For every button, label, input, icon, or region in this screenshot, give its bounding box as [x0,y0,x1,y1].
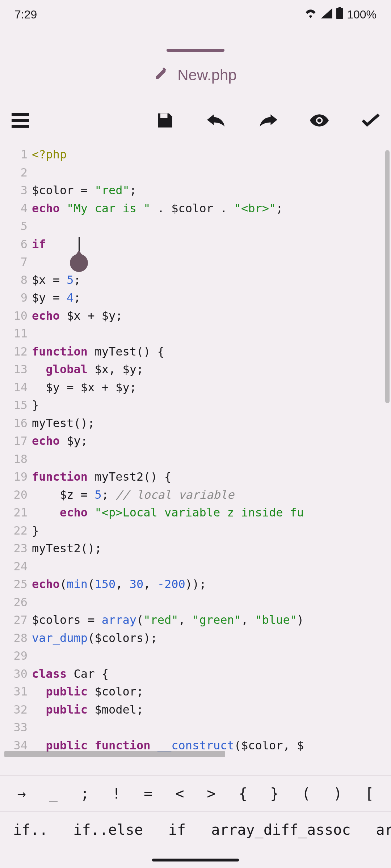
code-content[interactable]: echo $x + $y; [32,307,391,325]
symbol-key[interactable]: < [164,785,196,802]
horizontal-scrollbar[interactable] [4,751,225,757]
code-line[interactable]: 31 public $color; [0,683,391,701]
code-line[interactable]: 8$x = 5; [0,271,391,289]
code-line[interactable]: 11 [0,325,391,343]
code-line[interactable]: 27$colors = array("red", "green", "blue"… [0,611,391,629]
code-line[interactable]: 19function myTest2() { [0,468,391,486]
suggestion-item[interactable]: array_diff_assoc [211,821,350,838]
code-content[interactable]: echo(min(150, 30, -200)); [32,575,391,593]
code-line[interactable]: 6if [0,235,391,254]
drag-handle[interactable] [167,49,224,52]
code-line[interactable]: 20 $z = 5; // local variable [0,486,391,504]
line-number: 26 [0,593,32,612]
code-line[interactable]: 29 [0,647,391,665]
code-line[interactable]: 3$color = "red"; [0,182,391,200]
code-content[interactable]: myTest(); [32,414,391,433]
code-line[interactable]: 16myTest(); [0,414,391,433]
redo-button[interactable] [258,111,277,130]
menu-button[interactable] [11,111,30,130]
code-content[interactable]: $color = "red"; [32,182,391,200]
code-line[interactable]: 2 [0,164,391,182]
symbol-key[interactable]: > [196,785,227,802]
code-line[interactable]: 9$y = 4; [0,289,391,307]
code-content[interactable] [32,719,391,737]
code-line[interactable]: 17echo $y; [0,432,391,450]
code-line[interactable]: 26 [0,593,391,612]
code-content[interactable]: echo $y; [32,432,391,450]
code-content[interactable] [32,217,391,235]
suggestion-item[interactable]: if [168,821,186,838]
symbol-key[interactable]: } [259,785,290,802]
symbol-key[interactable]: _ [37,785,69,802]
code-content[interactable] [32,450,391,468]
code-line[interactable]: 21 echo "<p>Local variable z inside fu [0,504,391,522]
code-content[interactable] [32,164,391,182]
symbol-key[interactable]: → [6,785,37,802]
code-line[interactable]: 32 public $model; [0,701,391,719]
code-content[interactable]: $z = 5; // local variable [32,486,391,504]
symbol-key[interactable]: ) [322,785,353,802]
line-number: 6 [0,235,32,254]
suggestion-item[interactable]: if.. [13,821,48,838]
code-content[interactable]: global $x, $y; [32,361,391,379]
done-button[interactable] [361,111,380,130]
code-line[interactable]: 14 $y = $x + $y; [0,379,391,397]
code-content[interactable]: } [32,396,391,414]
code-content[interactable]: myTest2(); [32,540,391,558]
save-button[interactable] [156,111,175,130]
code-line[interactable]: 28var_dump($colors); [0,629,391,647]
code-content[interactable] [32,647,391,665]
code-line[interactable]: 22} [0,522,391,540]
code-content[interactable]: var_dump($colors); [32,629,391,647]
symbol-key[interactable]: { [227,785,258,802]
undo-button[interactable] [207,111,226,130]
code-line[interactable]: 23myTest2(); [0,540,391,558]
code-content[interactable] [32,593,391,612]
code-content[interactable]: } [32,522,391,540]
code-content[interactable]: public $color; [32,683,391,701]
symbol-key[interactable]: = [132,785,164,802]
code-editor[interactable]: 1<?php23$color = "red";4echo "My car is … [0,146,391,757]
code-content[interactable]: $x = 5; [32,271,391,289]
code-line[interactable]: 5 [0,217,391,235]
code-content[interactable]: function myTest() { [32,343,391,361]
nav-handle[interactable] [152,859,239,861]
code-line[interactable]: 25echo(min(150, 30, -200)); [0,575,391,593]
code-line[interactable]: 24 [0,558,391,576]
code-content[interactable]: $colors = array("red", "green", "blue") [32,611,391,629]
symbol-key[interactable]: ! [101,785,132,802]
svg-rect-5 [160,114,168,118]
suggestion-item[interactable]: if..else [73,821,143,838]
code-line[interactable]: 30class Car { [0,665,391,683]
battery-icon [336,7,343,22]
suggestion-item[interactable]: arr [376,821,391,838]
caret-handle[interactable] [70,254,88,272]
code-content[interactable]: $y = 4; [32,289,391,307]
code-line[interactable]: 33 [0,719,391,737]
code-content[interactable]: public $model; [32,701,391,719]
preview-button[interactable] [310,111,329,130]
code-line[interactable]: 4echo "My car is " . $color . "<br>"; [0,200,391,218]
code-content[interactable]: if [32,235,391,254]
code-content[interactable] [32,558,391,576]
code-content[interactable] [32,325,391,343]
code-line[interactable]: 13 global $x, $y; [0,361,391,379]
code-content[interactable]: <?php [32,146,391,164]
file-title-row[interactable]: New.php [0,66,391,84]
svg-rect-0 [336,8,343,19]
code-content[interactable]: echo "<p>Local variable z inside fu [32,504,391,522]
code-line[interactable]: 7 [0,253,391,271]
code-content[interactable]: function myTest2() { [32,468,391,486]
symbol-key[interactable]: ( [290,785,322,802]
symbol-key[interactable]: ; [69,785,101,802]
code-content[interactable]: $y = $x + $y; [32,379,391,397]
code-line[interactable]: 15} [0,396,391,414]
code-line[interactable]: 10echo $x + $y; [0,307,391,325]
symbol-key[interactable]: [ [354,785,385,802]
vertical-scrollbar[interactable] [385,150,390,403]
code-content[interactable]: class Car { [32,665,391,683]
code-line[interactable]: 12function myTest() { [0,343,391,361]
code-line[interactable]: 18 [0,450,391,468]
code-content[interactable]: echo "My car is " . $color . "<br>"; [32,200,391,218]
code-line[interactable]: 1<?php [0,146,391,164]
